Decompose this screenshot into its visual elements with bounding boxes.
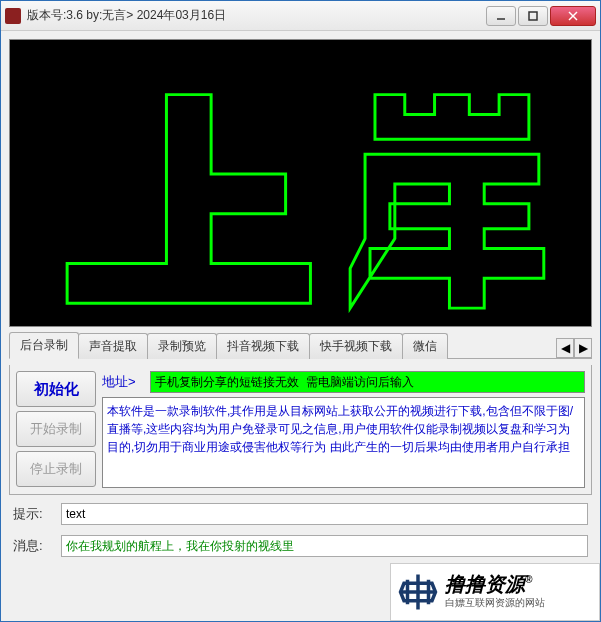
tab-pane: 初始化 开始录制 停止录制 地址> 本软件是一款录制软件,其作用是从目标网站上获… — [9, 365, 592, 495]
tab-scroll-right[interactable]: ▶ — [574, 338, 592, 358]
svg-rect-1 — [529, 12, 537, 20]
tab-record[interactable]: 后台录制 — [9, 332, 79, 359]
start-record-button[interactable]: 开始录制 — [16, 411, 96, 447]
prompt-input[interactable] — [61, 503, 588, 525]
prompt-label: 提示: — [13, 505, 53, 523]
prompt-row: 提示: — [9, 501, 592, 527]
window-controls — [484, 6, 596, 26]
watermark-brand-text: 撸撸资源 — [445, 573, 525, 595]
app-window: 版本号:3.6 by:无言> 2024年03月16日 — [0, 0, 601, 622]
watermark-text: 撸撸资源® 白嫖互联网资源的网站 — [445, 574, 545, 610]
tab-wechat[interactable]: 微信 — [402, 333, 448, 359]
watermark-brand: 撸撸资源® — [445, 574, 545, 594]
tab-preview[interactable]: 录制预览 — [147, 333, 217, 359]
window-title: 版本号:3.6 by:无言> 2024年03月16日 — [27, 7, 484, 24]
stop-record-button[interactable]: 停止录制 — [16, 451, 96, 487]
minimize-button[interactable] — [486, 6, 516, 26]
message-input[interactable] — [61, 535, 588, 557]
watermark-tagline: 白嫖互联网资源的网站 — [445, 596, 545, 610]
message-row: 消息: — [9, 533, 592, 559]
titlebar: 版本号:3.6 by:无言> 2024年03月16日 — [1, 1, 600, 31]
tab-scroll-left[interactable]: ◀ — [556, 338, 574, 358]
tab-bar: 后台录制 声音提取 录制预览 抖音视频下载 快手视频下载 微信 ◀ ▶ — [9, 333, 592, 359]
address-input[interactable] — [150, 371, 585, 393]
client-area: 后台录制 声音提取 录制预览 抖音视频下载 快手视频下载 微信 ◀ ▶ 初始化 … — [1, 31, 600, 621]
address-row: 地址> — [102, 371, 585, 393]
message-label: 消息: — [13, 537, 53, 555]
tab-scroll: ◀ ▶ — [556, 338, 592, 358]
tab-kuaishou[interactable]: 快手视频下载 — [309, 333, 403, 359]
watermark-logo-icon — [397, 571, 439, 613]
close-button[interactable] — [550, 6, 596, 26]
banner — [9, 39, 592, 327]
right-column: 地址> 本软件是一款录制软件,其作用是从目标网站上获取公开的视频进行下载,包含但… — [102, 371, 585, 488]
watermark-reg: ® — [525, 574, 532, 585]
app-icon — [5, 8, 21, 24]
maximize-button[interactable] — [518, 6, 548, 26]
tab-audio[interactable]: 声音提取 — [78, 333, 148, 359]
address-label: 地址> — [102, 373, 146, 391]
init-button[interactable]: 初始化 — [16, 371, 96, 407]
tab-douyin[interactable]: 抖音视频下载 — [216, 333, 310, 359]
banner-art — [10, 40, 591, 326]
disclaimer-text: 本软件是一款录制软件,其作用是从目标网站上获取公开的视频进行下载,包含但不限于图… — [102, 397, 585, 488]
watermark-overlay: 撸撸资源® 白嫖互联网资源的网站 — [390, 563, 600, 621]
button-column: 初始化 开始录制 停止录制 — [16, 371, 96, 488]
